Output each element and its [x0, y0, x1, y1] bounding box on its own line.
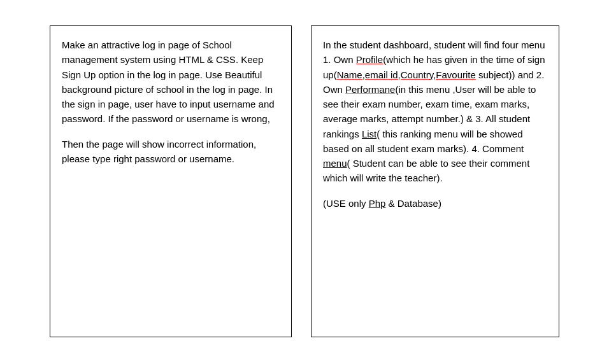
menu-link: menu	[323, 158, 347, 169]
performane-link: Performane	[345, 84, 395, 95]
right-p1-end: ( Student can be able to see their comme…	[323, 158, 529, 183]
right-paragraph-2: (USE only Php & Database)	[323, 196, 547, 211]
name-email-link: Name,email id,Country,Favourite	[337, 69, 476, 80]
right-p2-end: & Database)	[385, 198, 441, 209]
left-card: Make an attractive log in page of School…	[50, 25, 292, 337]
right-card: In the student dashboard, student will f…	[311, 25, 559, 337]
right-p2-prefix: (USE only	[323, 198, 369, 209]
left-paragraph-1: Make an attractive log in page of School…	[62, 38, 280, 127]
right-paragraph-1: In the student dashboard, student will f…	[323, 38, 547, 186]
left-paragraph-2: Then the page will show incorrect inform…	[62, 137, 280, 167]
php-link: Php	[369, 198, 386, 209]
profile-link: Profile	[356, 54, 383, 65]
list-link: List	[362, 129, 376, 139]
